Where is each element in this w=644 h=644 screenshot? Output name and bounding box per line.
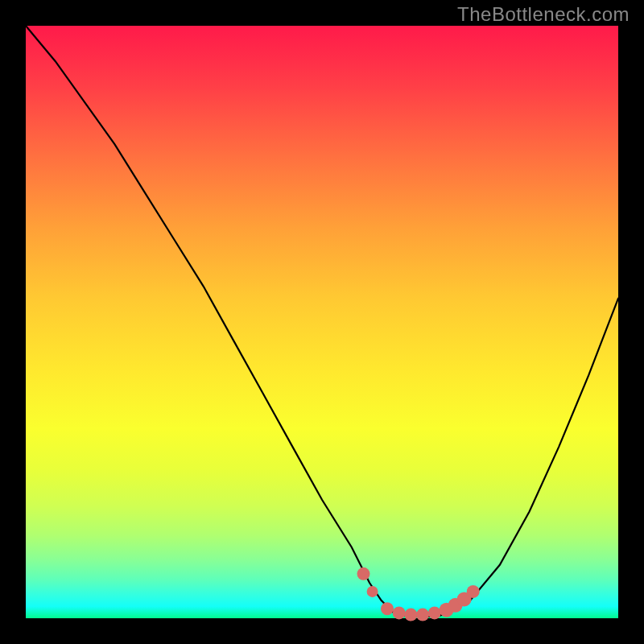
watermark-text: TheBottleneck.com [457,3,630,26]
chart-frame: TheBottleneck.com [0,0,644,644]
highlight-dot [467,585,480,598]
highlight-markers [357,568,480,621]
highlight-dot [367,586,378,597]
highlight-dot [357,568,370,580]
plot-area [26,26,618,618]
highlight-dot [416,609,429,621]
highlight-dot [381,602,394,615]
highlight-dot [393,606,406,619]
highlight-dot [428,606,441,619]
curve-layer [26,26,618,618]
bottleneck-curve [26,26,618,617]
highlight-dot [404,609,417,621]
